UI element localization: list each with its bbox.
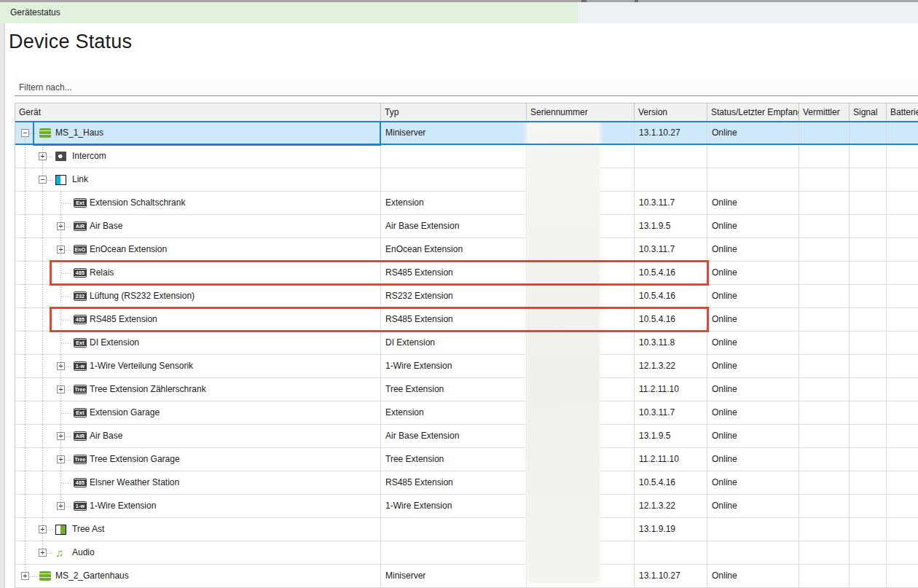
tree-guide-line xyxy=(25,355,26,377)
vermittler-cell xyxy=(799,285,850,307)
typ-cell: Air Base Extension xyxy=(381,215,527,238)
vermittler-cell xyxy=(799,332,850,354)
typ-cell: 1-Wire Extension xyxy=(381,495,527,517)
signal-cell xyxy=(850,541,887,564)
version-cell: 10.5.4.16 xyxy=(635,308,707,331)
signal-cell xyxy=(850,192,887,214)
expand-toggle-icon[interactable]: + xyxy=(39,152,47,160)
signal-cell xyxy=(850,262,887,284)
tree-guide-line xyxy=(25,425,26,447)
table-row[interactable]: +EnOEnOcean ExtensionEnOcean Extension10… xyxy=(15,238,918,262)
column-header-typ[interactable]: Typ xyxy=(381,103,527,121)
column-header-geraet[interactable]: Gerät xyxy=(15,103,381,121)
typ-cell xyxy=(381,168,527,191)
tree-guide-line xyxy=(61,273,71,274)
status-cell xyxy=(707,518,799,541)
batterie-cell xyxy=(887,168,918,191)
typ-cell xyxy=(381,541,527,564)
table-row[interactable]: +♫Audio xyxy=(15,541,918,565)
expand-toggle-icon[interactable]: + xyxy=(57,385,65,393)
miniserver-icon xyxy=(39,128,51,138)
signal-cell xyxy=(850,565,887,587)
device-name: Extension Garage xyxy=(90,401,160,424)
device-cell: +AiRAir Base xyxy=(15,215,381,238)
column-header-seriennummer[interactable]: Seriennummer xyxy=(527,103,635,121)
vermittler-cell xyxy=(799,355,850,377)
table-row[interactable]: 485Elsner Weather StationRS485 Extension… xyxy=(15,471,918,495)
signal-cell xyxy=(850,215,887,238)
device-name: 1-Wire Extension xyxy=(90,495,156,517)
table-row[interactable]: ExtExtension SchaltschrankExtension10.3.… xyxy=(15,192,918,215)
vermittler-cell xyxy=(799,378,850,401)
table-row[interactable]: +TreeTree Extension GarageTree Extension… xyxy=(15,448,918,471)
collapse-toggle-icon[interactable]: − xyxy=(21,129,29,137)
typ-cell: Extension xyxy=(381,401,527,424)
column-header-signal[interactable]: Signal xyxy=(850,103,887,121)
expand-toggle-icon[interactable]: + xyxy=(39,549,47,557)
expand-toggle-icon[interactable]: + xyxy=(57,246,65,254)
table-row[interactable]: 485RelaisRS485 Extension10.5.4.16Online xyxy=(15,262,918,285)
tree-guide-line xyxy=(25,448,26,471)
device-cell: −MS_1_Haus xyxy=(15,122,381,144)
batterie-cell xyxy=(887,145,918,168)
tree-icon: Tree xyxy=(74,455,87,464)
device-cell: 485RS485 Extension xyxy=(15,308,381,331)
tree-guide-line xyxy=(42,332,43,354)
batterie-cell xyxy=(887,285,918,307)
table-row[interactable]: +TreeTree Extension ZählerschrankTree Ex… xyxy=(15,378,918,401)
device-name: Tree Extension Garage xyxy=(90,448,180,471)
vermittler-cell xyxy=(799,122,850,144)
expand-toggle-icon[interactable]: + xyxy=(57,502,65,510)
expand-toggle-icon[interactable]: + xyxy=(21,572,29,580)
column-header-version[interactable]: Version xyxy=(635,103,707,121)
table-row[interactable]: +MS_2_GartenhausMiniserver13.1.10.27Onli… xyxy=(15,565,918,588)
tree-guide-line xyxy=(25,145,26,168)
table-row[interactable]: +1-w1-Wire Verteilung Sensorik1-Wire Ext… xyxy=(15,355,918,378)
table-row[interactable]: ExtExtension GarageExtension10.3.11.7Onl… xyxy=(15,401,918,425)
table-row[interactable]: 485RS485 ExtensionRS485 Extension10.5.4.… xyxy=(15,308,918,332)
vermittler-cell xyxy=(799,192,850,214)
table-row[interactable]: +1-w1-Wire Extension1-Wire Extension12.1… xyxy=(15,495,918,518)
batterie-cell xyxy=(887,192,918,214)
version-cell: 10.3.11.8 xyxy=(635,332,707,354)
table-row[interactable]: −MS_1_HausMiniserver13.1.10.27Online xyxy=(15,122,918,145)
table-row[interactable]: +Tree Ast13.1.9.19 xyxy=(15,518,918,541)
signal-cell xyxy=(850,332,887,354)
tree-guide-line xyxy=(61,483,71,484)
signal-cell xyxy=(850,145,887,168)
tree-guide-line xyxy=(42,238,43,261)
signal-cell xyxy=(850,238,887,261)
expand-toggle-icon[interactable]: + xyxy=(57,432,65,440)
vermittler-cell xyxy=(799,495,850,517)
device-cell: ExtDI Extension xyxy=(15,332,381,354)
device-name: EnOcean Extension xyxy=(90,238,167,261)
column-header-vermittler[interactable]: Vermittler xyxy=(799,103,850,121)
tree-guide-line xyxy=(42,495,43,517)
version-cell: 11.2.11.10 xyxy=(635,448,707,471)
table-row[interactable]: −Link xyxy=(15,168,918,192)
treeast-icon xyxy=(55,525,66,535)
device-name: Air Base xyxy=(90,425,122,447)
tree-guide-line xyxy=(42,448,43,471)
device-name: RS485 Extension xyxy=(90,308,157,331)
filter-input[interactable] xyxy=(15,79,918,96)
expand-toggle-icon[interactable]: + xyxy=(57,455,65,463)
device-name: Lüftung (RS232 Extension) xyxy=(90,285,195,307)
tab-geraetestatus[interactable]: Gerätestatus xyxy=(0,2,578,23)
expand-toggle-icon[interactable]: + xyxy=(57,222,65,230)
table-row[interactable]: 232Lüftung (RS232 Extension)RS232 Extens… xyxy=(15,285,918,308)
device-cell: +1-w1-Wire Verteilung Sensorik xyxy=(15,355,381,377)
column-header-batterie[interactable]: Batterie xyxy=(887,103,918,121)
tree-guide-line xyxy=(25,285,26,307)
expand-toggle-icon[interactable]: + xyxy=(57,362,65,370)
table-row[interactable]: ExtDI ExtensionDI Extension10.3.11.8Onli… xyxy=(15,332,918,355)
table-row[interactable]: +AiRAir BaseAir Base Extension13.1.9.5On… xyxy=(15,215,918,238)
typ-cell: Extension xyxy=(381,192,527,214)
status-cell xyxy=(707,168,799,191)
table-row[interactable]: +Intercom xyxy=(15,145,918,168)
batterie-cell xyxy=(887,495,918,517)
column-header-status[interactable]: Status/Letzter Empfang xyxy=(707,103,799,121)
collapse-toggle-icon[interactable]: − xyxy=(39,176,47,184)
table-row[interactable]: +AiRAir BaseAir Base Extension13.1.9.5On… xyxy=(15,425,918,448)
expand-toggle-icon[interactable]: + xyxy=(39,525,47,533)
